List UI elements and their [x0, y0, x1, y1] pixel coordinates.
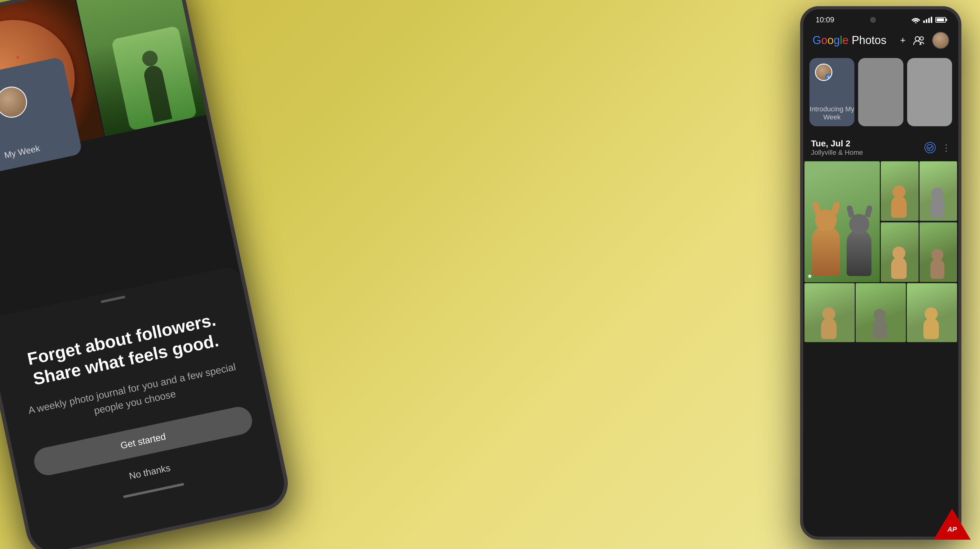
left-phone: My Week Forget about followers. Share wh… — [0, 0, 343, 549]
cat-photo-small-2[interactable] — [920, 161, 957, 221]
app-header: Google Photos + — [803, 27, 958, 55]
svg-point-1 — [915, 37, 920, 41]
watermark: AP — [934, 509, 971, 540]
signal-icon — [923, 17, 932, 23]
date-actions: ⋮ — [924, 142, 951, 153]
status-bar: 10:09 — [803, 9, 958, 27]
story-plus-icon: + — [825, 74, 832, 81]
date-header: Tue, Jul 2 Jollyville & Home ⋮ — [811, 138, 951, 157]
date-title: Tue, Jul 2 — [811, 138, 863, 149]
cat-photo-small-4[interactable] — [920, 223, 957, 282]
svg-point-2 — [920, 37, 924, 40]
cat-photo-row2-3[interactable] — [907, 283, 957, 342]
date-subtitle: Jollyville & Home — [811, 149, 863, 157]
bottom-sheet: Forget about followers. Share what feels… — [0, 265, 288, 549]
date-section: Tue, Jul 2 Jollyville & Home ⋮ — [803, 132, 958, 161]
my-week-story-card[interactable]: + Introducing My Week — [810, 58, 854, 126]
photo-grid: ★ — [803, 161, 958, 282]
cat-photo-small-1[interactable] — [881, 161, 919, 221]
right-phone: 10:09 — [800, 6, 961, 540]
star-icon: ★ — [807, 272, 813, 280]
time-display: 10:09 — [816, 16, 834, 24]
cat-photo-small-3[interactable] — [881, 223, 919, 282]
user-avatar[interactable] — [932, 32, 949, 49]
front-camera — [870, 17, 876, 23]
people-button[interactable] — [913, 35, 925, 46]
header-actions: + — [900, 32, 949, 49]
cat-photo-large[interactable]: ★ — [805, 161, 880, 282]
cat-photo-row2-2[interactable] — [856, 283, 906, 342]
left-phone-screen: My Week Forget about followers. Share wh… — [0, 0, 288, 549]
cat-photo-row2-1[interactable] — [805, 283, 855, 342]
my-week-avatar — [0, 84, 30, 121]
right-phone-screen: 10:09 — [803, 9, 958, 536]
date-info: Tue, Jul 2 Jollyville & Home — [811, 138, 863, 157]
watermark-text: AP — [934, 525, 971, 533]
add-button[interactable]: + — [900, 35, 905, 46]
wifi-icon — [912, 16, 920, 23]
story-cards-row: + Introducing My Week — [803, 55, 958, 132]
svg-point-0 — [915, 22, 917, 24]
more-options-button[interactable]: ⋮ — [942, 143, 951, 153]
select-day-button[interactable] — [924, 142, 935, 153]
story-avatar: + — [815, 64, 832, 81]
right-phone-body: 10:09 — [800, 6, 961, 540]
my-week-label: My Week — [3, 143, 41, 160]
battery-icon — [935, 17, 946, 23]
story-card-label: Introducing My Week — [810, 105, 854, 121]
sheet-handle — [100, 296, 125, 303]
story-card-3[interactable] — [907, 58, 952, 126]
left-phone-body: My Week Forget about followers. Share wh… — [0, 0, 293, 549]
photo-grid-row2 — [803, 282, 958, 342]
status-icons — [912, 16, 946, 23]
app-logo: Google Photos — [813, 34, 886, 47]
checkmark-icon — [927, 144, 934, 151]
story-card-2[interactable] — [858, 58, 903, 126]
